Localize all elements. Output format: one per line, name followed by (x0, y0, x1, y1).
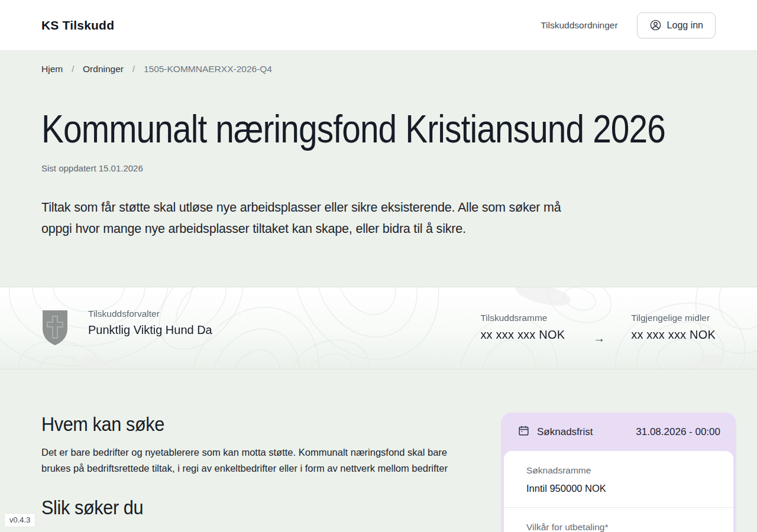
who-can-apply-title: Hvem kan søke (41, 413, 164, 436)
login-button[interactable]: Logg inn (637, 12, 716, 38)
breadcrumb-ordninger[interactable]: Ordninger (83, 64, 124, 74)
version-badge: v0.4.3 (5, 514, 35, 527)
grant-manager-text: Tilskuddsforvalter Punktlig Viktig Hund … (88, 309, 212, 337)
user-circle-icon (649, 19, 662, 31)
breadcrumb-separator: / (132, 64, 135, 74)
grant-manager-block: Tilskuddsforvalter Punktlig Viktig Hund … (41, 309, 212, 346)
manager-label: Tilskuddsforvalter (88, 309, 212, 319)
grant-frame-col: Tilskuddsramme xx xxx xxx NOK (480, 313, 565, 342)
deadline-header: Søknadsfrist 31.08.2026 - 00:00 (501, 413, 736, 451)
login-button-label: Logg inn (667, 20, 703, 31)
arrow-right-icon: → (593, 332, 605, 345)
hero-section: Hjem / Ordninger / 1505-KOMMNAERXX-2026-… (0, 51, 757, 287)
application-info-card: Søknadsfrist 31.08.2026 - 00:00 Søknadsr… (501, 413, 736, 532)
application-frame-value: Inntil 950000 NOK (526, 483, 711, 494)
payment-terms-row: Vilkår for utbetaling* (504, 507, 733, 532)
available-value: xx xxx xxx NOK (631, 328, 716, 342)
hero-description: Tiltak som får støtte skal utløse nye ar… (41, 197, 581, 239)
application-frame-row: Søknadsramme Inntil 950000 NOK (504, 451, 733, 507)
calendar-icon (517, 424, 530, 439)
deadline-value: 31.08.2026 - 00:00 (636, 426, 720, 438)
deadline-label: Søknadsfrist (537, 426, 593, 438)
site-header: KS Tilskudd Tilskuddsordninger Logg inn (0, 0, 757, 51)
nav-link-tilskuddsordninger[interactable]: Tilskuddsordninger (541, 20, 617, 31)
breadcrumb-current: 1505-KOMMNAERXX-2026-Q4 (144, 64, 272, 74)
municipality-shield-icon (41, 309, 69, 346)
breadcrumb-home[interactable]: Hjem (41, 64, 63, 74)
application-frame-label: Søknadsramme (526, 465, 711, 476)
info-card-body: Søknadsramme Inntil 950000 NOK Vilkår fo… (504, 451, 733, 532)
header-nav: Tilskuddsordninger Logg inn (541, 12, 716, 38)
grant-amounts-block: Tilskuddsramme xx xxx xxx NOK → Tilgjeng… (480, 313, 716, 345)
brand-logo[interactable]: KS Tilskudd (41, 18, 114, 33)
frame-value: xx xxx xxx NOK (480, 328, 565, 342)
how-to-apply-title: Slik søker du (41, 496, 143, 519)
available-funds-col: Tilgjengelige midler xx xxx xxx NOK (631, 313, 716, 342)
payment-terms-label: Vilkår for utbetaling* (526, 522, 711, 532)
manager-name: Punktlig Viktig Hund Da (88, 323, 212, 337)
last-updated: Sist oppdatert 15.01.2026 (41, 163, 716, 173)
frame-label: Tilskuddsramme (480, 313, 565, 323)
content-section: Hvem kan søke Det er bare bedrifter og n… (0, 369, 757, 532)
who-can-apply-text: Det er bare bedrifter og nyetablerere so… (41, 445, 459, 476)
breadcrumb: Hjem / Ordninger / 1505-KOMMNAERXX-2026-… (41, 64, 716, 74)
provider-band: Tilskuddsforvalter Punktlig Viktig Hund … (0, 287, 757, 369)
page-title: Kommunalt næringsfond Kristiansund 2026 (41, 106, 665, 151)
breadcrumb-separator: / (72, 64, 74, 74)
available-label: Tilgjengelige midler (631, 313, 716, 323)
